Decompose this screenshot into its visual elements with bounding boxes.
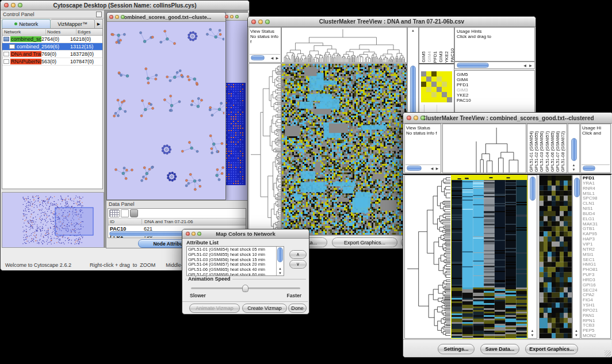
zoom-window-icon[interactable] (235, 15, 239, 18)
matrix-cell[interactable] (421, 97, 426, 102)
window-controls[interactable] (1, 3, 22, 7)
export-graphics-button[interactable]: Export Graphics... (525, 344, 578, 354)
dense-network-canvas[interactable] (223, 21, 247, 202)
labels-vscrollbar[interactable]: ▲ ▼ (568, 124, 580, 173)
matrix-cell[interactable] (431, 87, 437, 92)
table-icon[interactable] (109, 209, 120, 217)
attribute-vscrollbar[interactable]: ▲ ▼ (276, 247, 284, 275)
heatmap-combined[interactable] (451, 175, 527, 339)
gene-label[interactable]: YKE2 (444, 51, 449, 63)
column-dendrogram-dna[interactable] (281, 27, 407, 63)
matrix-cell[interactable] (442, 92, 447, 97)
matrix-cell[interactable] (426, 87, 431, 92)
tab-vizmapper[interactable]: VizMapper™ (51, 19, 95, 29)
column-label[interactable]: GPL51-07 (GSM868) (555, 131, 560, 172)
export-graphics-button[interactable]: Export Graphics... (332, 237, 397, 247)
minimize-icon[interactable] (414, 116, 418, 120)
move-down-button[interactable]: ∨ (289, 260, 307, 269)
matrix-cell[interactable] (431, 97, 437, 102)
animate-vizmap-button[interactable]: Animate Vizmap (189, 304, 240, 313)
matrix-cell[interactable] (437, 92, 442, 97)
minimize-icon[interactable] (258, 20, 263, 24)
gene-list-item[interactable]: GIM4 (457, 77, 534, 82)
gene-label[interactable]: PAC10 (450, 48, 454, 63)
similarity-matrix[interactable] (421, 71, 452, 102)
treeview-combined-titlebar[interactable]: ClusterMaker TreeView : combined_scores_… (403, 113, 612, 124)
settings-button[interactable]: Settings... (438, 344, 475, 354)
cytoscape-titlebar[interactable]: Cytoscape Desktop (Session Name: collins… (1, 1, 249, 10)
close-icon[interactable] (407, 116, 411, 120)
done-button[interactable]: Done (288, 304, 307, 313)
matrix-cell[interactable] (447, 71, 452, 76)
gene-list-combined-panel[interactable]: PFD1YRA1RNR4MSL1SPC98CLN1NIS1BUD4ELG1MAK… (581, 175, 611, 339)
matrix-cell[interactable] (442, 76, 447, 82)
column-dendrogram-combined[interactable] (442, 124, 526, 173)
view-status-hscrollbar[interactable]: ◀ ▶ (250, 54, 280, 62)
close-icon[interactable] (225, 15, 228, 18)
heatmap-combined-vscrollbar[interactable]: ▲ ▼ (527, 175, 537, 339)
minimize-icon[interactable] (115, 15, 119, 19)
gene-label[interactable]: GIM3 (438, 51, 443, 63)
gene-list-item[interactable]: MON2 (583, 334, 610, 339)
usage2-hscrollbar[interactable] (582, 164, 610, 172)
gene-list-item[interactable]: PAC10 (457, 98, 534, 103)
network-window-back[interactable] (223, 12, 249, 203)
create-vizmap-button[interactable]: Create Vizmap (242, 304, 287, 313)
zoom-heatmap-panel[interactable] (539, 175, 572, 339)
network-row[interactable]: combined_scores 2764(0) 16218(0) (2, 36, 102, 43)
zoom-window-icon[interactable] (18, 3, 22, 7)
zoom-vscrollbar[interactable]: ▲ ▼ (572, 175, 580, 339)
zoom-window-icon[interactable] (121, 15, 125, 19)
close-icon[interactable] (109, 15, 113, 19)
matrix-cell[interactable] (421, 92, 426, 97)
column-label[interactable]: GPL51-06 (GSM865) (550, 131, 555, 172)
matrix-cell[interactable] (426, 71, 431, 76)
resize-grip[interactable] (605, 350, 611, 357)
gene-list-item[interactable]: GIM5 (457, 72, 534, 77)
matrix-cell[interactable] (442, 82, 447, 87)
delete-attribute-icon[interactable] (130, 209, 138, 217)
matrix-cell[interactable] (426, 82, 431, 87)
zoom-window-icon[interactable] (420, 116, 425, 120)
attribute-listbox[interactable]: GPL51-01 (GSM854) heat shock 05 minGPL51… (186, 246, 284, 276)
gene-label[interactable]: GIM5 (421, 51, 426, 63)
matrix-cell[interactable] (431, 76, 437, 82)
matrix-cell[interactable] (447, 76, 452, 82)
zoom-window-icon[interactable] (265, 20, 270, 24)
column-label[interactable]: GPL51-03 (GSM856) (539, 131, 544, 172)
network-row[interactable]: RNAPuberNov2+ 563(0) 107847(0) (2, 58, 102, 66)
matrix-cell[interactable] (447, 87, 452, 92)
animation-speed-slider[interactable] (191, 288, 300, 289)
tab-overflow-icon[interactable]: ▶ (95, 19, 103, 29)
gene-list-item[interactable]: GIM3 (457, 87, 534, 93)
matrix-cell[interactable] (437, 76, 442, 82)
gene-list-item[interactable]: PFD1 (457, 82, 534, 87)
gene-label[interactable]: PFD1 (433, 51, 438, 63)
move-up-button[interactable]: ∧ (289, 250, 307, 259)
column-label[interactable]: GPL51-08 (GSM872) (560, 131, 565, 172)
network-row[interactable]: combined_sco 2569(6) 13112(15) (2, 43, 102, 51)
matrix-cell[interactable] (431, 71, 437, 76)
save-data-button[interactable]: Save Data... (480, 344, 519, 354)
minimize-icon[interactable] (11, 3, 16, 7)
matrix-cell[interactable] (442, 71, 447, 76)
map-colors-titlebar[interactable]: Map Colors to Network (182, 229, 309, 239)
close-icon[interactable] (4, 3, 9, 7)
treeview-dna-titlebar[interactable]: ClusterMaker TreeView : DNA and Tran 07-… (248, 17, 536, 27)
matrix-cell[interactable] (437, 82, 442, 87)
network-row[interactable]: DNA and Tran 07 769(0) 183728(0) (2, 51, 102, 58)
matrix-cell[interactable] (426, 97, 431, 102)
row-dendrogram-dna[interactable] (248, 63, 281, 235)
close-icon[interactable] (186, 232, 190, 236)
matrix-cell[interactable] (421, 71, 426, 76)
heatmap-dna[interactable] (281, 63, 407, 235)
row-dendrogram-combined[interactable] (404, 175, 451, 339)
matrix-cell[interactable] (437, 71, 442, 76)
matrix-cell[interactable] (447, 92, 452, 97)
zoom-window-icon[interactable] (197, 232, 201, 236)
view-status2-hscrollbar[interactable]: ◀ ▶ (406, 164, 440, 172)
matrix-cell[interactable] (442, 87, 447, 92)
birdseye-panel[interactable] (2, 192, 104, 248)
matrix-cell[interactable] (442, 97, 447, 102)
matrix-cell[interactable] (426, 76, 431, 82)
